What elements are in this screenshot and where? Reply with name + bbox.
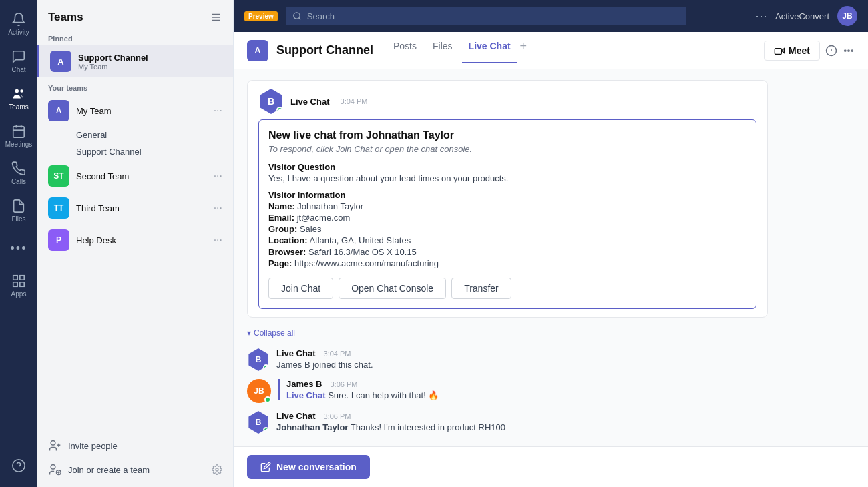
team-name-my-team: My Team: [76, 106, 207, 116]
team-more-second-team[interactable]: ···: [214, 170, 222, 182]
live-chat-card: B Live Chat 3:04 PM New live chat from J…: [247, 80, 768, 318]
tab-live-chat[interactable]: Live Chat: [462, 38, 517, 63]
visitor-page-row: Page: https://www.acme.com/manufacturing: [268, 258, 746, 268]
thread-body: Live Chat 3:04 PM James B joined this ch…: [276, 348, 373, 370]
messages-area: B Live Chat 3:04 PM New live chat from J…: [234, 69, 868, 446]
nav-meetings[interactable]: Meetings: [0, 117, 37, 155]
jt-text: Johnathan Taylor Thanks! I'm interested …: [276, 422, 505, 432]
search-placeholder: Search: [307, 11, 335, 21]
team-avatar-help-desk: P: [48, 229, 69, 251]
search-bar[interactable]: Search: [286, 7, 686, 25]
team-avatar-second-team: ST: [48, 165, 69, 187]
channel-general[interactable]: General: [37, 127, 233, 143]
tab-posts[interactable]: Posts: [387, 38, 423, 63]
jt-body: Live Chat 3:06 PM Johnathan Taylor Thank…: [276, 411, 505, 432]
open-chat-console-button[interactable]: Open Chat Console: [339, 278, 446, 299]
collapse-chevron: ▾: [247, 328, 251, 338]
team-second-team[interactable]: ST Second Team ···: [37, 160, 233, 192]
visitor-question-section: Visitor Question Yes, I have a question …: [268, 162, 746, 183]
pinned-name: Support Channel: [78, 53, 148, 63]
join-label: Join or create a team: [68, 465, 150, 475]
chat-message-jt: B Live Chat 3:06 PM Johnathan Taylor Tha…: [247, 411, 855, 434]
thread-sender: Live Chat: [276, 348, 316, 358]
channel-header: A Support Channel Posts Files Live Chat …: [234, 32, 868, 69]
svg-point-32: [851, 49, 853, 51]
channel-name: Support Channel: [276, 43, 373, 57]
pinned-label: Pinned: [37, 29, 233, 45]
jt-sender: Live Chat: [276, 411, 316, 421]
svg-point-31: [848, 49, 849, 51]
header-more-icon[interactable]: [843, 45, 855, 57]
collapse-all-btn[interactable]: ▾ Collapse all: [247, 326, 855, 340]
svg-point-1: [20, 89, 23, 93]
sidebar-title: Teams: [48, 11, 83, 24]
team-help-desk[interactable]: P Help Desk ···: [37, 224, 233, 256]
nav-teams-label: Teams: [9, 103, 28, 111]
jb-sender: James B: [286, 379, 322, 389]
jb-meta: James B 3:06 PM: [286, 379, 439, 389]
top-bar: Preview Search ⋯ ActiveConvert JB: [234, 0, 868, 32]
visitor-name-row: Name: Johnathan Taylor: [268, 201, 746, 211]
nav-calls-label: Calls: [11, 178, 26, 185]
nav-activity[interactable]: Activity: [0, 5, 37, 43]
transfer-button[interactable]: Transfer: [451, 278, 511, 299]
visitor-info-section: Visitor Information Name: Johnathan Tayl…: [268, 190, 746, 268]
user-avatar[interactable]: JB: [837, 6, 857, 26]
svg-point-22: [216, 468, 218, 471]
nav-chat[interactable]: Chat: [0, 43, 37, 80]
nav-files[interactable]: Files: [0, 192, 37, 229]
nav-meetings-label: Meetings: [5, 141, 33, 148]
team-more-third-team[interactable]: ···: [214, 202, 222, 214]
svg-point-0: [15, 89, 19, 93]
svg-rect-6: [13, 276, 17, 280]
card-header: B Live Chat 3:04 PM: [248, 81, 767, 119]
pinned-text: Support Channel My Team: [78, 53, 148, 71]
live-chat-inner: New live chat from Johnathan Taylor To r…: [258, 119, 756, 309]
join-chat-button[interactable]: Join Chat: [268, 278, 333, 299]
jt-meta: Live Chat 3:06 PM: [276, 411, 505, 421]
jt-online: [263, 427, 269, 433]
svg-line-24: [299, 18, 301, 20]
svg-point-10: [13, 460, 25, 472]
add-tab-btn[interactable]: +: [520, 39, 527, 61]
channel-header-right: Meet: [764, 41, 855, 61]
invite-label: Invite people: [68, 441, 118, 451]
nav-calls[interactable]: Calls: [0, 155, 37, 192]
filter-icon[interactable]: [210, 11, 222, 23]
team-more-my-team[interactable]: ···: [214, 105, 222, 117]
channel-support[interactable]: Support Channel: [37, 143, 233, 160]
pinned-support-channel[interactable]: A Support Channel My Team: [37, 45, 233, 77]
new-conversation-button[interactable]: New conversation: [247, 455, 370, 479]
new-chat-subtitle: To respond, click Join Chat or open the …: [268, 144, 746, 154]
team-more-help-desk[interactable]: ···: [214, 234, 222, 246]
nav-teams[interactable]: Teams: [0, 80, 37, 117]
tab-files[interactable]: Files: [426, 38, 459, 63]
team-third-team[interactable]: TT Third Team ···: [37, 192, 233, 224]
team-my-team[interactable]: A My Team ···: [37, 95, 233, 127]
visitor-browser-row: Browser: Safari 16.3/Mac OS X 10.15: [268, 247, 746, 257]
invite-icon: [48, 439, 61, 452]
more-icon[interactable]: ⋯: [755, 9, 767, 23]
team-name-third-team: Third Team: [76, 203, 207, 213]
nav-apps[interactable]: Apps: [0, 267, 37, 304]
team-name-help-desk: Help Desk: [76, 235, 207, 246]
jb-body: James B 3:06 PM Live Chat Sure. I can he…: [278, 379, 439, 400]
meet-button[interactable]: Meet: [764, 41, 820, 61]
invite-people-btn[interactable]: Invite people: [37, 434, 233, 458]
sidebar-header: Teams: [37, 0, 233, 29]
team-name-second-team: Second Team: [76, 171, 207, 181]
new-chat-title: New live chat from Johnathan Taylor: [268, 129, 746, 141]
nav-apps-label: Apps: [11, 290, 27, 298]
settings-icon[interactable]: [212, 464, 222, 475]
your-teams-label: Your teams: [37, 79, 233, 95]
info-icon[interactable]: [825, 45, 837, 57]
new-conv-label: New conversation: [276, 462, 357, 472]
teams-sidebar: Teams Pinned A Support Channel My Team Y…: [37, 0, 234, 487]
jb-live-chat-tag: Live Chat: [286, 390, 326, 400]
thread-avatar: B: [247, 348, 270, 371]
search-icon: [292, 11, 302, 21]
nav-more[interactable]: •••: [0, 229, 37, 267]
nav-help[interactable]: [0, 452, 37, 479]
join-create-team-btn[interactable]: Join or create a team: [37, 458, 233, 482]
svg-rect-8: [20, 282, 24, 286]
